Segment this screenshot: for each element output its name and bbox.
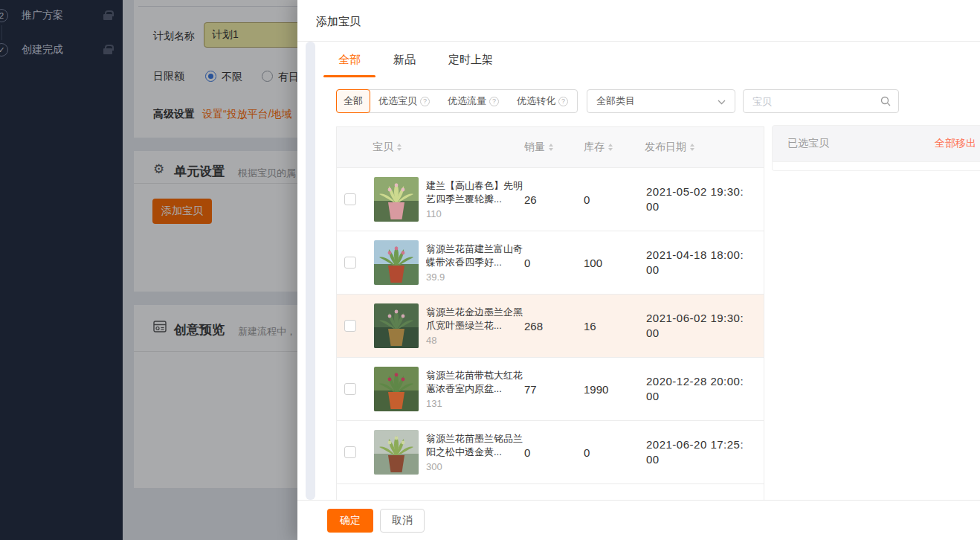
sales-value: 0 — [524, 257, 584, 269]
modal-footer: 确定 取消 — [297, 500, 980, 540]
table-row-partial — [337, 483, 764, 500]
segment-preferred-traffic[interactable]: 优选流量 ? — [439, 90, 508, 112]
product-image — [374, 240, 419, 285]
stock-value: 1990 — [584, 383, 645, 396]
column-label: 发布日期 — [645, 141, 686, 154]
modal-body: 全部 新品 定时上架 全部 优选宝贝 ? — [297, 42, 980, 500]
help-icon[interactable]: ? — [420, 97, 430, 106]
sales-value: 268 — [524, 320, 584, 332]
remove-all-link[interactable]: 全部移出 — [935, 137, 976, 150]
table-row[interactable]: 翁源兰花苗带苞大红花蕙浓香室内原盆... 131 77 1990 2020-12… — [337, 357, 764, 420]
tab-scheduled[interactable]: 定时上架 — [433, 42, 508, 77]
row-checkbox[interactable] — [344, 320, 356, 332]
search-box — [743, 89, 899, 113]
category-select-value: 全部类目 — [596, 94, 635, 108]
row-checkbox[interactable] — [344, 193, 356, 205]
scrollbar[interactable] — [306, 42, 315, 500]
help-icon[interactable]: ? — [489, 97, 499, 106]
product-info: 翁源兰花金边墨兰企黑爪宽叶墨绿兰花... 48 — [426, 306, 524, 346]
sort-icon[interactable] — [690, 144, 694, 151]
stock-value: 100 — [584, 257, 645, 269]
row-checkbox[interactable] — [344, 383, 356, 395]
product-price: 131 — [426, 398, 524, 409]
product-info: 翁源兰花苗墨兰铭品兰阳之松中透金黄... 300 — [426, 432, 524, 472]
column-label: 销量 — [524, 141, 545, 154]
help-icon[interactable]: ? — [558, 97, 568, 106]
product-info: 翁源兰花苗带苞大红花蕙浓香室内原盆... 131 — [426, 369, 524, 409]
product-info: 建兰【高山春色】先明艺四季兰覆轮瓣... 110 — [426, 179, 524, 219]
product-title: 建兰【高山春色】先明艺四季兰覆轮瓣... — [426, 179, 524, 206]
tab-label: 定时上架 — [448, 53, 493, 67]
modal-header: 添加宝贝 — [297, 0, 980, 42]
stock-value: 0 — [584, 193, 645, 206]
column-header-sales: 销量 — [524, 141, 584, 154]
row-checkbox[interactable] — [344, 446, 356, 458]
segment-preferred-conversion[interactable]: 优选转化 ? — [508, 90, 577, 112]
segment-label: 全部 — [344, 94, 363, 108]
sort-icon[interactable] — [397, 144, 402, 151]
table-row[interactable]: 翁源兰花苗墨兰铭品兰阳之松中透金黄... 300 0 0 2021-06-20 … — [337, 420, 764, 483]
chevron-down-icon — [718, 96, 726, 107]
selected-panel-header: 已选宝贝 全部移出 — [772, 125, 980, 162]
segment-label: 优选流量 — [448, 94, 486, 108]
publish-date: 2021-04-18 18:00:00 — [645, 248, 764, 277]
product-title: 翁源兰花苗带苞大红花蕙浓香室内原盆... — [426, 369, 524, 396]
segment-preferred-items[interactable]: 优选宝贝 ? — [370, 90, 439, 112]
product-title: 翁源兰花金边墨兰企黑爪宽叶墨绿兰花... — [426, 306, 524, 332]
product-title: 翁源兰花苗墨兰铭品兰阳之松中透金黄... — [426, 432, 524, 459]
product-image — [374, 303, 419, 348]
product-price: 300 — [426, 461, 524, 472]
add-items-modal: 添加宝贝 全部 新品 定时上架 全部 — [297, 0, 980, 540]
modal-title: 添加宝贝 — [316, 15, 361, 29]
sort-icon[interactable] — [549, 144, 553, 151]
tab-label: 新品 — [393, 53, 416, 67]
selected-panel-body — [772, 162, 980, 171]
row-checkbox[interactable] — [344, 257, 356, 269]
table-row[interactable]: 翁源兰花金边墨兰企黑爪宽叶墨绿兰花... 48 268 16 2021-06-0… — [337, 294, 764, 357]
filter-row: 全部 优选宝贝 ? 优选流量 ? 优选转化 ? — [336, 89, 899, 113]
sales-value: 26 — [524, 193, 584, 206]
publish-date: 2020-12-28 20:00:00 — [645, 374, 764, 404]
sort-icon[interactable] — [608, 144, 613, 151]
column-label: 宝贝 — [373, 141, 393, 154]
table-body: 建兰【高山春色】先明艺四季兰覆轮瓣... 110 26 0 2021-05-02… — [337, 167, 764, 483]
column-header-stock: 库存 — [584, 141, 645, 154]
sales-value: 0 — [524, 446, 584, 459]
product-image — [374, 430, 419, 475]
sales-value: 77 — [524, 383, 584, 396]
products-table: 宝贝 销量 库存 发布日期 — [336, 126, 764, 500]
product-info: 翁源兰花苗建兰富山奇蝶带浓香四季好... 39.9 — [426, 242, 524, 283]
app-window: 2 推广方案 ✓ 创建完成 计划名称 日限额 不限 有日限 高级设置 设置“投放… — [0, 0, 980, 540]
active-tab-underline — [323, 75, 375, 77]
search-input[interactable] — [743, 89, 899, 113]
tab-all[interactable]: 全部 — [323, 42, 375, 77]
stock-value: 16 — [584, 320, 645, 332]
stock-value: 0 — [584, 446, 645, 459]
product-image — [374, 367, 419, 411]
publish-date: 2021-06-02 19:30:00 — [645, 311, 764, 341]
selected-panel: 已选宝贝 全部移出 — [772, 125, 980, 171]
search-icon[interactable] — [880, 96, 891, 109]
product-title: 翁源兰花苗建兰富山奇蝶带浓香四季好... — [426, 242, 524, 269]
tab-new[interactable]: 新品 — [378, 42, 431, 77]
table-row[interactable]: 建兰【高山春色】先明艺四季兰覆轮瓣... 110 26 0 2021-05-02… — [337, 167, 764, 231]
segment-label: 优选转化 — [517, 94, 555, 108]
product-price: 110 — [426, 208, 524, 219]
table-header: 宝贝 销量 库存 发布日期 — [337, 127, 764, 167]
cancel-button[interactable]: 取消 — [380, 509, 425, 533]
product-image — [374, 177, 419, 222]
filter-segment-group: 全部 优选宝贝 ? 优选流量 ? 优选转化 ? — [336, 89, 578, 113]
publish-date: 2021-06-20 17:25:00 — [645, 437, 764, 467]
column-header-item: 宝贝 — [373, 141, 524, 154]
tab-bar: 全部 新品 定时上架 — [323, 42, 508, 77]
confirm-button[interactable]: 确定 — [327, 509, 373, 533]
selected-panel-title: 已选宝贝 — [787, 137, 829, 150]
product-price: 48 — [426, 335, 524, 346]
segment-all[interactable]: 全部 — [336, 89, 370, 113]
category-select[interactable]: 全部类目 — [587, 89, 735, 113]
table-row[interactable]: 翁源兰花苗建兰富山奇蝶带浓香四季好... 39.9 0 100 2021-04-… — [337, 231, 764, 294]
product-price: 39.9 — [426, 271, 524, 283]
segment-label: 优选宝贝 — [378, 94, 417, 108]
publish-date: 2021-05-02 19:30:00 — [645, 184, 764, 214]
column-header-date: 发布日期 — [645, 141, 764, 154]
